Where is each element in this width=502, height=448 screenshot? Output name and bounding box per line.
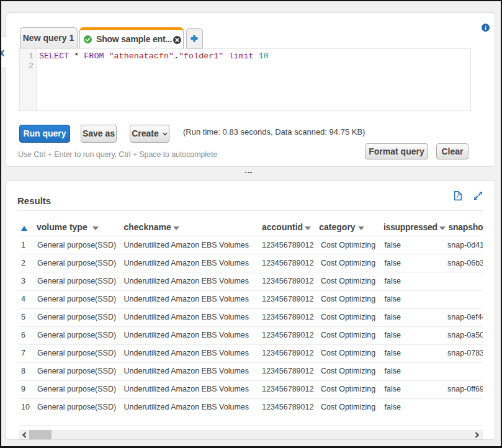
svg-text:i: i bbox=[485, 24, 486, 31]
